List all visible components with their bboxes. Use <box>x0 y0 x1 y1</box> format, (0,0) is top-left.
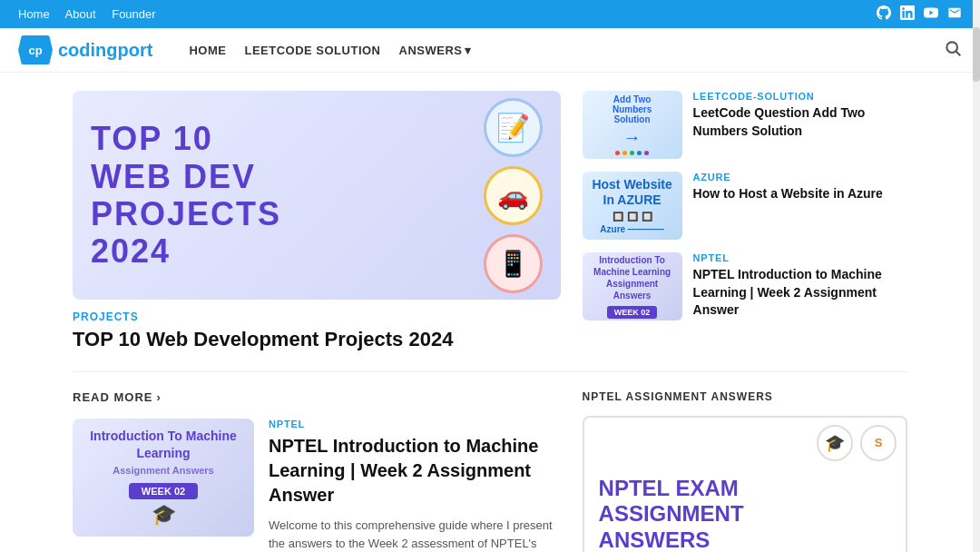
main-content: TOP 10 WEB DEV PROJECTS 2024 📝 🚗 📱 PROJE… <box>0 73 980 371</box>
navbar: cp codingport HOME LEETCODE SOLUTION ANS… <box>0 28 980 73</box>
sidebar-article-nptel[interactable]: Introduction ToMachine LearningAssignmen… <box>583 252 907 320</box>
svg-point-0 <box>946 42 957 53</box>
sidebar-articles: Add TwoNumbersSolution → LEETCODE-SOLUTI… <box>583 91 907 353</box>
nav-home[interactable]: HOME <box>189 44 226 57</box>
nptel-content: NPTEL NPTEL Introduction to Machine Lear… <box>693 252 907 320</box>
top-bar-icons <box>877 5 962 23</box>
hero-decorations: 📝 🚗 📱 <box>484 98 543 293</box>
linkedin-icon[interactable] <box>900 5 915 23</box>
nptel-title[interactable]: NPTEL Introduction to Machine Learning |… <box>693 266 907 320</box>
leetcode-title[interactable]: LeetCode Question Add Two Numbers Soluti… <box>693 104 907 140</box>
scrollbar-thumb[interactable] <box>973 27 980 82</box>
read-more-heading: READ MORE › <box>73 390 561 404</box>
read-more-column: READ MORE › Introduction To Machine Lear… <box>73 390 561 552</box>
hero-image[interactable]: TOP 10 WEB DEV PROJECTS 2024 📝 🚗 📱 <box>73 91 561 300</box>
nptel-category: NPTEL <box>693 252 907 263</box>
assignment-card-header: 🎓 S <box>584 418 906 461</box>
car-icon: 🚗 <box>484 166 543 225</box>
top-bar-links: Home About Founder <box>18 7 169 21</box>
github-icon[interactable] <box>877 5 891 23</box>
youtube-icon[interactable] <box>924 5 938 23</box>
assignment-card-title: NPTEL EXAM ASSIGNMENT ANSWERS <box>599 476 891 552</box>
rm-title[interactable]: NPTEL Introduction to Machine Learning |… <box>269 434 561 508</box>
scrollbar[interactable] <box>973 0 980 552</box>
sidebar-article-azure[interactable]: Host WebsiteIn AZURE 🔲 🔲 🔲 Azure ———— AZ… <box>583 172 907 240</box>
founder-toplink[interactable]: Founder <box>112 7 155 21</box>
azure-category: AZURE <box>693 172 883 182</box>
svg-line-1 <box>956 51 961 55</box>
chevron-right-icon: › <box>156 390 161 404</box>
sidebar-article-leetcode[interactable]: Add TwoNumbersSolution → LEETCODE-SOLUTI… <box>583 91 907 159</box>
rm-excerpt: Welcome to this comprehensive guide wher… <box>269 517 561 552</box>
assignment-sidebar: NPTEL ASSIGNMENT ANSWERS 🎓 S NPTEL EXAM … <box>583 390 907 552</box>
featured-title[interactable]: TOP 10 Web Development Projects 2024 <box>73 327 561 353</box>
leetcode-thumb: Add TwoNumbersSolution → <box>583 91 682 159</box>
blog-icon: 📝 <box>484 98 543 157</box>
read-more-article-content: NPTEL NPTEL Introduction to Machine Lear… <box>269 419 561 552</box>
read-more-thumb: Introduction To Machine Learning Assignm… <box>73 419 254 537</box>
hero-text: TOP 10 WEB DEV PROJECTS 2024 <box>91 120 484 271</box>
assignment-card[interactable]: 🎓 S NPTEL EXAM ASSIGNMENT ANSWERS <box>583 416 907 552</box>
site-logo[interactable]: cp codingport <box>18 35 152 64</box>
nav-links: HOME LEETCODE SOLUTION ANSWERS ▾ <box>189 44 472 57</box>
logo-text: codingport <box>58 40 152 61</box>
leetcode-category: LEETCODE-SOLUTION <box>693 91 907 102</box>
swayam-logo-circle: S <box>860 425 897 461</box>
featured-category: PROJECTS <box>73 310 561 323</box>
search-button[interactable] <box>944 39 962 62</box>
email-icon[interactable] <box>947 5 962 23</box>
azure-content: AZURE How to Host a Website in Azure <box>693 172 883 203</box>
swayam-logo: 🎓 <box>152 503 176 527</box>
leetcode-content: LEETCODE-SOLUTION LeetCode Question Add … <box>693 91 907 140</box>
logo-icon: cp <box>18 35 53 64</box>
azure-thumb: Host WebsiteIn AZURE 🔲 🔲 🔲 Azure ———— <box>583 172 682 240</box>
nptel-thumb: Introduction ToMachine LearningAssignmen… <box>583 252 682 320</box>
assignment-heading: NPTEL ASSIGNMENT ANSWERS <box>583 390 907 403</box>
nav-answers[interactable]: ANSWERS ▾ <box>399 44 472 57</box>
featured-article: TOP 10 WEB DEV PROJECTS 2024 📝 🚗 📱 PROJE… <box>73 91 561 353</box>
read-more-section: READ MORE › Introduction To Machine Lear… <box>0 372 980 552</box>
top-bar: Home About Founder <box>0 0 980 28</box>
chevron-down-icon: ▾ <box>465 44 472 57</box>
rm-category: NPTEL <box>269 419 561 429</box>
assignment-card-body: NPTEL EXAM ASSIGNMENT ANSWERS <box>584 461 906 552</box>
nav-leetcode[interactable]: LEETCODE SOLUTION <box>244 44 380 57</box>
azure-title[interactable]: How to Host a Website in Azure <box>693 185 883 203</box>
about-toplink[interactable]: About <box>65 7 96 21</box>
home-toplink[interactable]: Home <box>18 7 50 21</box>
nptel-logo-circle: 🎓 <box>817 425 853 461</box>
phone-icon: 📱 <box>484 234 543 293</box>
read-more-card[interactable]: Introduction To Machine Learning Assignm… <box>73 419 561 552</box>
